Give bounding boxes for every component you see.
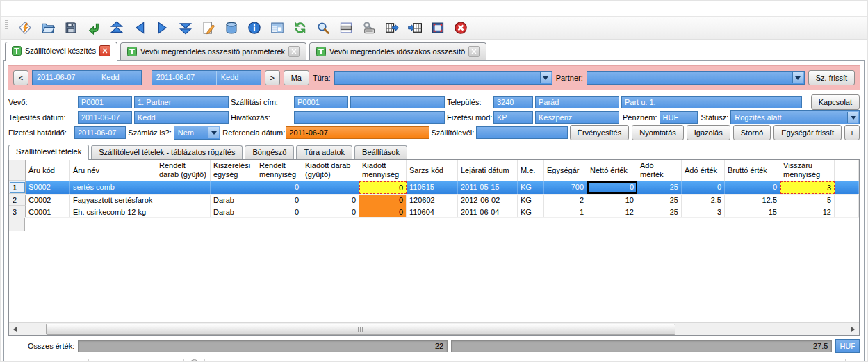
column-header[interactable]: M.e. <box>518 160 544 181</box>
fullscreen-icon[interactable] <box>429 20 445 36</box>
next-record-icon[interactable] <box>154 20 170 36</box>
table-cell[interactable]: -3 <box>682 206 725 217</box>
tab-close-icon[interactable] <box>99 45 110 56</box>
open-icon[interactable] <box>40 20 56 36</box>
scrollbar-thumb[interactable] <box>46 324 675 335</box>
undo-icon[interactable] <box>85 20 101 36</box>
street-field[interactable]: Part u. 1. <box>621 96 802 108</box>
tab-1[interactable]: Szállítólevél készítés <box>5 42 117 61</box>
table-cell[interactable]: 0 <box>302 206 359 217</box>
prev-record-icon[interactable] <box>131 20 147 36</box>
table-row[interactable]: 1S0002sertés comb001105152011-05-15KG700… <box>9 181 859 195</box>
column-header[interactable]: Adó érték <box>682 160 725 181</box>
table-cell[interactable]: 25 <box>637 181 682 194</box>
horizontal-scrollbar[interactable] <box>9 322 859 335</box>
process-icon[interactable] <box>17 20 33 36</box>
table-row[interactable]: 2C0002Fagyasztott sertésfarokDarab000120… <box>9 195 859 206</box>
table-cell[interactable]: -15 <box>725 206 780 217</box>
next-day-button[interactable]: > <box>265 70 280 85</box>
invoice-too-combo[interactable]: Nem <box>174 126 221 140</box>
add-button[interactable]: + <box>844 125 860 140</box>
tab-close-icon[interactable] <box>468 46 480 57</box>
refresh-deliveries-button[interactable]: Sz. frissít <box>808 70 855 85</box>
table-cell[interactable]: Eh. csirkecomb 12 kg <box>70 206 156 217</box>
date-to-field[interactable]: 2011-06-07 Kedd <box>152 70 261 85</box>
certify-button[interactable]: Igazolás <box>687 125 730 140</box>
payment-method-name-field[interactable]: Készpénz <box>535 111 619 124</box>
tab-3[interactable]: Vevői megrendelés időszakos összesítő <box>309 42 486 60</box>
exit-icon[interactable] <box>452 20 468 36</box>
table-cell[interactable]: 700 <box>544 181 587 194</box>
row-select-icon[interactable] <box>338 20 354 36</box>
table-cell[interactable]: 110515 <box>407 181 458 194</box>
table-cell[interactable]: 0 <box>256 181 302 194</box>
shipping-address-code-field[interactable]: P0001 <box>294 96 348 108</box>
table-cell[interactable]: 0 <box>587 181 637 194</box>
table-cell[interactable]: Darab <box>211 195 256 206</box>
payment-method-code-field[interactable]: KP <box>493 111 533 124</box>
date-from-field[interactable]: 2011-06-07 Kedd <box>32 70 142 85</box>
table-cell[interactable] <box>211 181 256 194</box>
delivery-note-field[interactable] <box>476 126 567 139</box>
table-cell[interactable] <box>302 181 359 194</box>
unit-price-refresh-button[interactable]: Egységár frissít <box>773 125 842 140</box>
column-header[interactable]: Bruttó érték <box>725 160 780 181</box>
print-button[interactable]: Nyomtatás <box>632 125 684 140</box>
table-cell[interactable]: 25 <box>637 195 682 206</box>
table-cell[interactable]: 25 <box>637 206 682 217</box>
prev-day-button[interactable]: < <box>13 70 28 85</box>
table-cell[interactable] <box>156 206 211 217</box>
chevron-down-icon[interactable] <box>540 72 551 83</box>
tab-2[interactable]: Vevői megrendelés összesítő paraméterek <box>120 42 306 60</box>
chevron-down-icon[interactable] <box>847 112 858 123</box>
column-header[interactable]: Adó mérték <box>637 160 682 181</box>
scroll-left-button[interactable] <box>9 324 21 335</box>
table-cell[interactable]: 2011-06-04 <box>458 206 518 217</box>
detail-tab-2[interactable]: Szállítólevél tételek - táblázatos rögzí… <box>91 145 243 159</box>
table-cell[interactable]: 3 <box>780 181 835 194</box>
reference-date-field[interactable]: 2011-06-07 <box>286 126 429 139</box>
detail-tab-1[interactable]: Szállítólevél tételek <box>8 145 89 160</box>
save-icon[interactable] <box>63 20 79 36</box>
row-number[interactable]: 2 <box>9 195 26 206</box>
table-cell[interactable]: 0 <box>302 195 359 206</box>
table-cell[interactable]: C0002 <box>26 195 70 206</box>
table-cell[interactable]: C0001 <box>26 206 70 217</box>
table-cell[interactable]: 1 <box>544 206 587 217</box>
city-field[interactable]: Parád <box>535 96 619 108</box>
tura-combo[interactable] <box>334 71 552 85</box>
last-record-icon[interactable] <box>177 20 193 36</box>
contact-button[interactable]: Kapcsolat <box>811 94 860 110</box>
column-header[interactable]: Kiadott mennyiség <box>359 160 407 181</box>
table-cell[interactable]: -2.5 <box>682 195 725 206</box>
column-header[interactable]: Rendelt mennyiség <box>256 160 302 181</box>
status-combo[interactable]: Rögzítés alatt <box>730 110 860 124</box>
table-cell[interactable]: 0 <box>256 206 302 217</box>
column-header[interactable]: Visszáru mennyiség <box>780 160 835 181</box>
info-icon[interactable] <box>246 20 262 36</box>
chevron-down-icon[interactable] <box>208 127 219 138</box>
tab-close-icon[interactable] <box>288 46 300 57</box>
column-header[interactable]: Lejárati dátum <box>458 160 518 181</box>
preview-icon[interactable] <box>269 20 285 36</box>
table-cell[interactable]: 110604 <box>407 206 458 217</box>
table-cell[interactable]: -12.5 <box>725 195 780 206</box>
column-header[interactable]: Rendelt darab (gyűjtő) <box>156 160 211 181</box>
detail-tab-5[interactable]: Beállítások <box>354 145 407 159</box>
table-row[interactable]: 3C0001Eh. csirkecomb 12 kgDarab000110604… <box>9 206 859 218</box>
cancel-button[interactable]: Stornó <box>733 125 771 140</box>
fulfillment-date-field[interactable]: 2011-06-07 <box>78 111 132 124</box>
table-cell[interactable]: 0 <box>725 181 780 194</box>
reference-field[interactable] <box>294 111 445 124</box>
table-cell[interactable]: 12 <box>780 206 835 217</box>
column-header[interactable]: Áru név <box>70 160 156 181</box>
table-cell[interactable]: sertés comb <box>70 181 156 194</box>
customer-name-field[interactable]: 1. Partner <box>134 96 229 108</box>
table-cell[interactable]: 0 <box>256 195 302 206</box>
toolbar-gripper[interactable] <box>5 20 8 35</box>
table-cell[interactable]: KG <box>518 206 544 217</box>
scroll-right-button[interactable] <box>847 324 859 335</box>
table-cell[interactable]: KG <box>518 195 544 206</box>
column-header[interactable]: Egységár <box>544 160 587 181</box>
table-cell[interactable] <box>156 181 211 194</box>
